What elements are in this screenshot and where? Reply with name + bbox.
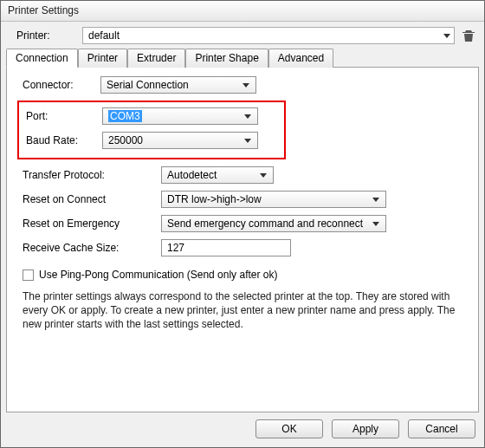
printer-select-value: default xyxy=(88,29,120,42)
printer-settings-window: Printer Settings Printer: default Connec… xyxy=(0,0,485,448)
printer-label: Printer: xyxy=(16,29,75,42)
tab-connection-label: Connection xyxy=(16,52,68,64)
connector-value: Serial Connection xyxy=(107,79,189,91)
cancel-button-label: Cancel xyxy=(425,423,457,435)
printer-selector-row: Printer: default xyxy=(1,22,484,48)
tab-strip: Connection Printer Extruder Printer Shap… xyxy=(1,49,484,68)
cache-label: Receive Cache Size: xyxy=(23,242,161,254)
apply-button-label: Apply xyxy=(352,423,378,435)
baud-value: 250000 xyxy=(108,134,143,146)
chevron-down-icon xyxy=(372,222,379,226)
chevron-down-icon xyxy=(260,173,267,178)
ok-button[interactable]: OK xyxy=(255,419,323,438)
cache-input[interactable]: 127 xyxy=(161,239,291,256)
info-text: The printer settings always correspond t… xyxy=(23,289,468,332)
tab-printer[interactable]: Printer xyxy=(78,49,127,68)
delete-printer-button[interactable] xyxy=(462,29,475,42)
cache-row: Receive Cache Size: 127 xyxy=(23,239,468,256)
reset-connect-select[interactable]: DTR low->high->low xyxy=(161,191,386,208)
chevron-down-icon xyxy=(242,83,249,88)
ok-button-label: OK xyxy=(281,423,296,435)
reset-emergency-select[interactable]: Send emergency command and reconnect xyxy=(161,215,386,232)
apply-button[interactable]: Apply xyxy=(332,419,399,438)
pingpong-label: Use Ping-Pong Communication (Send only a… xyxy=(39,269,277,281)
cancel-button[interactable]: Cancel xyxy=(408,419,475,438)
connection-panel: Connector: Serial Connection Port: COM3 … xyxy=(6,67,479,412)
transfer-row: Transfer Protocol: Autodetect xyxy=(23,166,468,184)
trash-icon xyxy=(462,29,475,42)
reset-emergency-label: Reset on Emergency xyxy=(23,218,161,230)
chevron-down-icon xyxy=(443,34,450,38)
chevron-down-icon xyxy=(372,198,379,202)
printer-select[interactable]: default xyxy=(82,27,455,44)
baud-select[interactable]: 250000 xyxy=(102,132,258,149)
chevron-down-icon xyxy=(244,114,251,119)
baud-label: Baud Rate: xyxy=(26,134,102,146)
button-bar: OK Apply Cancel xyxy=(1,412,484,447)
connector-row: Connector: Serial Connection xyxy=(23,76,468,94)
reset-connect-value: DTR low->high->low xyxy=(167,193,262,205)
connector-label: Connector: xyxy=(23,79,100,91)
reset-connect-row: Reset on Connect DTR low->high->low xyxy=(23,191,468,208)
chevron-down-icon xyxy=(244,139,251,143)
window-title: Printer Settings xyxy=(8,4,79,16)
transfer-value: Autodetect xyxy=(167,169,217,181)
port-row: Port: COM3 xyxy=(26,107,277,125)
tab-printer-label: Printer xyxy=(87,52,118,64)
tab-extruder[interactable]: Extruder xyxy=(127,49,185,68)
pingpong-checkbox[interactable] xyxy=(23,269,34,281)
reset-connect-label: Reset on Connect xyxy=(23,193,161,205)
reset-emergency-value: Send emergency command and reconnect xyxy=(167,218,363,230)
port-value: COM3 xyxy=(108,110,142,122)
titlebar: Printer Settings xyxy=(1,1,484,22)
transfer-select[interactable]: Autodetect xyxy=(161,166,274,184)
tab-printer-shape-label: Printer Shape xyxy=(195,52,258,64)
pingpong-row: Use Ping-Pong Communication (Send only a… xyxy=(23,269,468,281)
tab-extruder-label: Extruder xyxy=(137,52,176,64)
tab-advanced[interactable]: Advanced xyxy=(268,49,333,68)
transfer-label: Transfer Protocol: xyxy=(23,169,161,181)
cache-value: 127 xyxy=(167,242,184,254)
highlight-box: Port: COM3 Baud Rate: 250000 xyxy=(17,101,286,159)
port-select[interactable]: COM3 xyxy=(102,107,258,125)
tab-printer-shape[interactable]: Printer Shape xyxy=(185,49,268,68)
port-label: Port: xyxy=(26,110,102,122)
reset-emergency-row: Reset on Emergency Send emergency comman… xyxy=(23,215,468,232)
tab-connection[interactable]: Connection xyxy=(6,49,78,68)
baud-row: Baud Rate: 250000 xyxy=(26,132,277,149)
connector-select[interactable]: Serial Connection xyxy=(100,76,256,94)
tab-advanced-label: Advanced xyxy=(278,52,324,64)
